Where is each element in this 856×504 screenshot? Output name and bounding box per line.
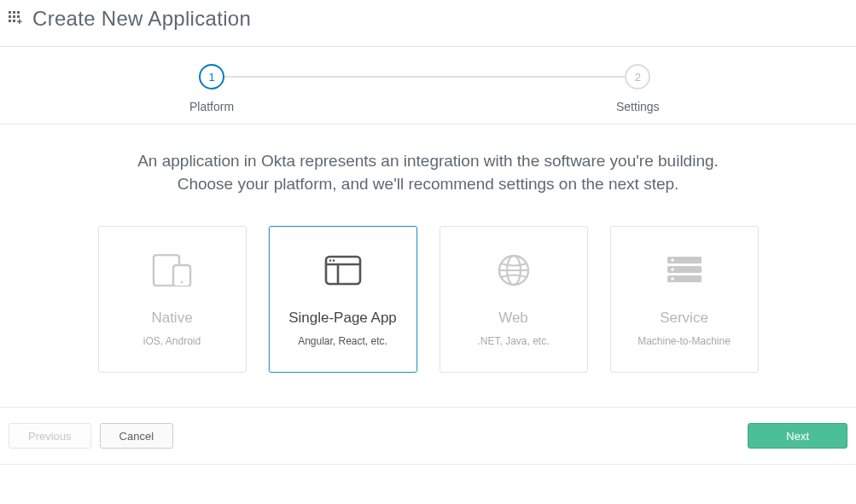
card-web-subtitle: .NET, Java, etc. (477, 335, 549, 347)
next-button[interactable]: Next (748, 423, 847, 449)
svg-point-24 (671, 258, 673, 261)
intro-line-2: Choose your platform, and we'll recommen… (178, 175, 679, 193)
step-label-settings: Settings (616, 100, 660, 113)
card-native-subtitle: iOS, Android (143, 335, 201, 347)
page-title: Create New Application (32, 7, 251, 31)
svg-point-12 (180, 281, 183, 284)
svg-point-26 (671, 277, 673, 280)
svg-point-16 (329, 259, 331, 262)
card-native-title: Native (151, 310, 192, 327)
svg-rect-3 (9, 15, 11, 18)
content-region: An application in Okta represents an int… (0, 125, 856, 407)
platform-cards: Native iOS, Android Single-Page App Angu… (17, 226, 839, 373)
svg-point-25 (671, 268, 673, 270)
devices-icon (152, 252, 193, 289)
svg-rect-5 (17, 15, 20, 18)
svg-point-17 (332, 259, 335, 262)
step-number-2: 2 (625, 64, 650, 90)
card-service-title: Service (660, 310, 708, 327)
svg-rect-6 (9, 20, 11, 22)
cancel-button[interactable]: Cancel (100, 423, 173, 449)
app-grid-icon (9, 11, 24, 26)
browser-layout-icon (324, 252, 362, 289)
svg-rect-4 (13, 15, 15, 18)
svg-rect-7 (13, 20, 15, 22)
intro-text: An application in Okta represents an int… (104, 150, 753, 195)
previous-button: Previous (9, 423, 91, 449)
card-service-subtitle: Machine-to-Machine (638, 335, 731, 347)
step-platform: 1 Platform (189, 64, 234, 113)
card-spa-subtitle: Angular, React, etc. (298, 335, 387, 347)
card-service[interactable]: Service Machine-to-Machine (610, 226, 759, 373)
server-icon (666, 252, 703, 289)
svg-rect-2 (17, 11, 20, 14)
card-web[interactable]: Web .NET, Java, etc. (440, 226, 588, 373)
svg-rect-9 (19, 20, 20, 25)
page-header: Create New Application (0, 0, 856, 46)
globe-icon (497, 252, 531, 289)
card-native[interactable]: Native iOS, Android (98, 226, 247, 373)
step-connector-line (212, 76, 638, 78)
card-web-title: Web (498, 310, 528, 327)
step-label-platform: Platform (189, 100, 234, 113)
card-spa-title: Single-Page App (288, 310, 397, 327)
card-spa[interactable]: Single-Page App Angular, React, etc. (269, 226, 417, 373)
footer-bar: Previous Cancel Next (0, 408, 856, 464)
svg-rect-0 (9, 11, 11, 14)
intro-line-1: An application in Okta represents an int… (137, 152, 719, 170)
wizard-steps: 1 Platform 2 Settings (0, 47, 856, 124)
step-number-1: 1 (199, 64, 224, 90)
svg-rect-1 (13, 11, 15, 14)
bottom-divider (0, 464, 856, 465)
step-settings: 2 Settings (616, 64, 660, 113)
